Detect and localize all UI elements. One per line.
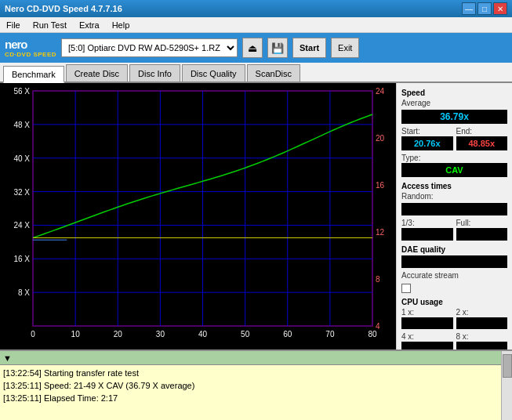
- speed-section-header: Speed: [401, 89, 507, 97]
- eject-button[interactable]: ⏏: [242, 38, 263, 58]
- maximize-button[interactable]: □: [478, 2, 492, 15]
- random-label: Random:: [401, 192, 507, 201]
- type-value: CAV: [401, 163, 507, 177]
- menu-help[interactable]: Help: [109, 19, 133, 31]
- main-wrapper: Speed Average 36.79x Start: 20.76x End: …: [0, 83, 512, 420]
- log-scrollbar[interactable]: [501, 351, 512, 420]
- window-title: Nero CD-DVD Speed 4.7.7.16: [5, 4, 122, 13]
- chart-area: [0, 83, 396, 349]
- tab-bar: Benchmark Create Disc Disc Info Disc Qua…: [0, 63, 512, 83]
- logo-sub: CD·DVD SPEED: [5, 51, 56, 58]
- tab-disc-quality[interactable]: Disc Quality: [182, 64, 245, 81]
- start-speed-value: 20.76x: [401, 136, 453, 150]
- cpu-usage-header: CPU usage: [401, 298, 507, 306]
- full-label: Full:: [456, 219, 508, 227]
- eject-icon: ⏏: [248, 42, 257, 54]
- benchmark-chart: [0, 83, 396, 349]
- tab-benchmark[interactable]: Benchmark: [3, 66, 64, 83]
- save-icon: 💾: [271, 42, 284, 54]
- scroll-thumb[interactable]: [503, 354, 512, 378]
- right-panel: Speed Average 36.79x Start: 20.76x End: …: [396, 83, 512, 349]
- window-controls: — □ ✕: [462, 2, 507, 15]
- end-speed-label: End:: [456, 127, 508, 136]
- cpu-4x-label: 4 x:: [401, 332, 453, 341]
- dae-value: [401, 255, 507, 268]
- log-content: [13:22:54] Starting transfer rate test […: [0, 365, 501, 420]
- title-bar: Nero CD-DVD Speed 4.7.7.16 — □ ✕: [0, 0, 512, 17]
- log-header-text: ▼: [3, 353, 12, 363]
- logo: nero CD·DVD SPEED: [5, 38, 56, 58]
- cpu-2x-label: 2 x:: [456, 308, 508, 317]
- logo-text: nero: [5, 38, 56, 51]
- end-speed-value: 48.85x: [456, 136, 508, 150]
- cpu-8x-value: [456, 342, 508, 349]
- log-line-1: [13:25:11] Speed: 21-49 X CAV (36.79 X a…: [3, 379, 498, 392]
- close-button[interactable]: ✕: [493, 2, 507, 15]
- menu-run-test[interactable]: Run Test: [30, 19, 70, 31]
- cpu-1x-label: 1 x:: [401, 308, 453, 317]
- drive-select[interactable]: [5:0] Optiarc DVD RW AD-5290S+ 1.RZ: [61, 38, 238, 57]
- log-line-0: [13:22:54] Starting transfer rate test: [3, 367, 498, 379]
- full-value: [456, 228, 508, 241]
- start-button[interactable]: Start: [292, 38, 326, 58]
- menu-extra[interactable]: Extra: [76, 19, 103, 31]
- start-speed-label: Start:: [401, 127, 453, 136]
- toolbar: nero CD·DVD SPEED [5:0] Optiarc DVD RW A…: [0, 33, 512, 63]
- one-third-label: 1/3:: [401, 219, 453, 227]
- cpu-1x-value: [401, 317, 453, 329]
- log-area: ▼ [13:22:54] Starting transfer rate test…: [0, 349, 512, 420]
- one-third-value: [401, 228, 453, 241]
- menu-bar: File Run Test Extra Help: [0, 17, 512, 33]
- save-button[interactable]: 💾: [267, 38, 288, 58]
- average-label: Average: [401, 99, 507, 107]
- minimize-button[interactable]: —: [462, 2, 476, 15]
- cpu-2x-value: [456, 317, 508, 329]
- menu-file[interactable]: File: [3, 19, 24, 31]
- log-header: ▼: [0, 351, 501, 365]
- random-value: [401, 203, 507, 215]
- cpu-4x-value: [401, 342, 453, 349]
- access-times-header: Access times: [401, 182, 507, 190]
- accurate-stream-row: [401, 284, 507, 293]
- accurate-stream-checkbox[interactable]: [401, 284, 411, 293]
- tab-scan-disc[interactable]: ScanDisc: [247, 64, 300, 81]
- exit-button[interactable]: Exit: [331, 38, 359, 58]
- dae-quality-header: DAE quality: [401, 245, 507, 254]
- type-label: Type:: [401, 154, 507, 162]
- tab-create-disc[interactable]: Create Disc: [66, 64, 128, 81]
- average-value: 36.79x: [401, 110, 507, 124]
- accurate-stream-label: Accurate stream: [401, 271, 507, 280]
- cpu-8x-label: 8 x:: [456, 332, 508, 341]
- log-main: ▼ [13:22:54] Starting transfer rate test…: [0, 351, 501, 420]
- content-row: Speed Average 36.79x Start: 20.76x End: …: [0, 83, 512, 349]
- log-line-2: [13:25:11] Elapsed Time: 2:17: [3, 392, 498, 404]
- tab-disc-info[interactable]: Disc Info: [129, 64, 180, 81]
